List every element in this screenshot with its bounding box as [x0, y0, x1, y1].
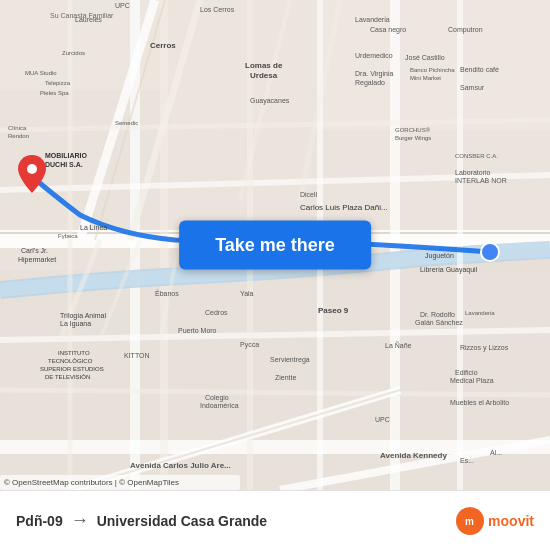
- svg-text:CONSBER C.A.: CONSBER C.A.: [455, 153, 498, 159]
- svg-text:Dra. Virginia: Dra. Virginia: [355, 70, 393, 78]
- svg-text:Laureles: Laureles: [75, 16, 102, 23]
- svg-text:Medical Plaza: Medical Plaza: [450, 377, 494, 384]
- moovit-svg-icon: m: [461, 512, 479, 530]
- svg-text:Cerros: Cerros: [150, 41, 176, 50]
- destination-stop: Universidad Casa Grande: [97, 513, 267, 529]
- svg-text:Cedros: Cedros: [205, 309, 228, 316]
- svg-text:Los Cerros: Los Cerros: [200, 6, 235, 13]
- svg-text:Bendito café: Bendito café: [460, 66, 499, 73]
- svg-text:Fybeca: Fybeca: [58, 233, 78, 239]
- svg-text:Edificio: Edificio: [455, 369, 478, 376]
- svg-text:Guayacanes: Guayacanes: [250, 97, 290, 105]
- svg-text:Pieles Spa: Pieles Spa: [40, 90, 69, 96]
- take-me-there-button[interactable]: Take me there: [179, 221, 371, 270]
- svg-text:Semedic: Semedic: [115, 120, 138, 126]
- svg-text:Hipermarket: Hipermarket: [18, 256, 56, 264]
- svg-text:DUCHI S.A.: DUCHI S.A.: [45, 161, 83, 168]
- svg-point-108: [27, 164, 37, 174]
- svg-text:MOBILIARIO: MOBILIARIO: [45, 152, 88, 159]
- svg-text:Urdesa: Urdesa: [250, 71, 278, 80]
- moovit-icon: m: [456, 507, 484, 535]
- svg-text:Rendon: Rendon: [8, 133, 29, 139]
- svg-text:Laboratorio: Laboratorio: [455, 169, 491, 176]
- svg-text:Indoamérica: Indoamérica: [200, 402, 239, 409]
- svg-point-109: [481, 243, 499, 261]
- svg-text:Librería Guayaquil: Librería Guayaquil: [420, 266, 478, 274]
- svg-text:Casa negro: Casa negro: [370, 26, 406, 34]
- svg-text:TECNOLÓGICO: TECNOLÓGICO: [48, 358, 93, 364]
- svg-text:SUPERIOR ESTUDIOS: SUPERIOR ESTUDIOS: [40, 366, 104, 372]
- route-arrow: →: [71, 510, 89, 531]
- origin-stop: Pdñ-09: [16, 513, 63, 529]
- svg-text:Colegio: Colegio: [205, 394, 229, 402]
- svg-text:Zientte: Zientte: [275, 374, 297, 381]
- svg-text:Yala: Yala: [240, 290, 254, 297]
- svg-text:Servientrega: Servientrega: [270, 356, 310, 364]
- svg-text:Zurcidos: Zurcidos: [62, 50, 85, 56]
- svg-text:INTERLAB NOR: INTERLAB NOR: [455, 177, 507, 184]
- svg-text:Avenida Carlos Julio Are...: Avenida Carlos Julio Are...: [130, 461, 231, 470]
- svg-text:Ébanos: Ébanos: [155, 289, 179, 297]
- svg-text:GORCHUS®: GORCHUS®: [395, 127, 431, 133]
- svg-text:Dr. Rodolfo: Dr. Rodolfo: [420, 311, 455, 318]
- svg-text:La Línea: La Línea: [80, 224, 107, 231]
- svg-text:Regalado: Regalado: [355, 79, 385, 87]
- svg-text:DE TELEVISIÓN: DE TELEVISIÓN: [45, 374, 90, 380]
- svg-text:Samsur: Samsur: [460, 84, 485, 91]
- svg-text:Al...: Al...: [490, 449, 502, 456]
- svg-text:Carl's Jr.: Carl's Jr.: [21, 247, 48, 254]
- svg-text:La Iguana: La Iguana: [60, 320, 91, 328]
- svg-text:Juguetón: Juguetón: [425, 252, 454, 260]
- svg-text:Muebles el Arbolito: Muebles el Arbolito: [450, 399, 509, 406]
- svg-text:Banco Pichincha: Banco Pichincha: [410, 67, 455, 73]
- svg-text:Lavanderίa: Lavanderίa: [355, 16, 390, 23]
- moovit-logo: m moovit: [456, 507, 534, 535]
- svg-text:Pycca: Pycca: [240, 341, 259, 349]
- svg-text:Puerto Moro: Puerto Moro: [178, 327, 217, 334]
- svg-text:Computron: Computron: [448, 26, 483, 34]
- svg-rect-12: [160, 0, 168, 490]
- footer-bar: Pdñ-09 → Universidad Casa Grande m moovi…: [0, 490, 550, 550]
- svg-text:Dicell: Dicell: [300, 191, 318, 198]
- svg-text:Carlos Luis Plaza Dañi...: Carlos Luis Plaza Dañi...: [300, 203, 388, 212]
- svg-text:Clínica: Clínica: [8, 125, 27, 131]
- svg-text:Mini Market: Mini Market: [410, 75, 441, 81]
- svg-text:Lavanderίa: Lavanderίa: [465, 310, 495, 316]
- svg-text:Rizzos y Lizzos: Rizzos y Lizzos: [460, 344, 509, 352]
- svg-text:UPC: UPC: [115, 2, 130, 9]
- svg-text:UPC: UPC: [375, 416, 390, 423]
- svg-text:Telepizza: Telepizza: [45, 80, 71, 86]
- svg-text:Trilogía Animal: Trilogía Animal: [60, 312, 106, 320]
- moovit-brand-text: moovit: [488, 513, 534, 529]
- svg-text:Paseo 9: Paseo 9: [318, 306, 349, 315]
- svg-text:Es...: Es...: [460, 457, 474, 464]
- svg-text:m: m: [465, 516, 474, 527]
- svg-text:Galán Sánchez: Galán Sánchez: [415, 319, 463, 326]
- svg-text:MUA Studio: MUA Studio: [25, 70, 57, 76]
- svg-text:Burger Wings: Burger Wings: [395, 135, 431, 141]
- route-info: Pdñ-09 → Universidad Casa Grande: [16, 510, 267, 531]
- svg-text:Lomas de: Lomas de: [245, 61, 283, 70]
- svg-text:KITTON: KITTON: [124, 352, 150, 359]
- svg-text:Urdemedico: Urdemedico: [355, 52, 393, 59]
- svg-text:© OpenStreetMap contributors |: © OpenStreetMap contributors | © OpenMap…: [4, 478, 179, 487]
- svg-text:La Ñañe: La Ñañe: [385, 341, 412, 349]
- map-container: Su Canasta Familiar Laureles Los Cerros …: [0, 0, 550, 490]
- svg-text:Avenida Kennedy: Avenida Kennedy: [380, 451, 447, 460]
- svg-text:José Castillo: José Castillo: [405, 54, 445, 61]
- svg-text:INSTITUTO: INSTITUTO: [58, 350, 90, 356]
